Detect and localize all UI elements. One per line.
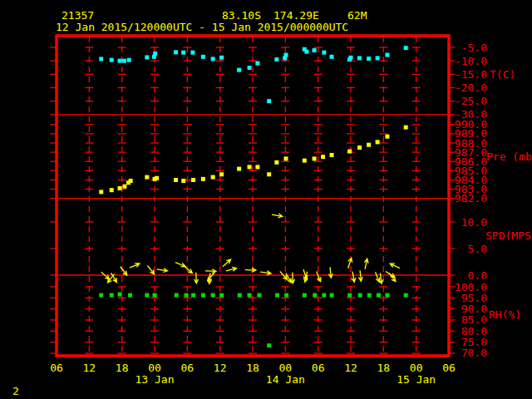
temperature-point (385, 53, 389, 57)
y-axis-title: RH(%) (489, 308, 521, 321)
relative_humidity-point (330, 293, 334, 298)
wind-arrow (328, 267, 332, 278)
wind-arrow (223, 259, 231, 267)
y-axis-tick-label: -10.0 (455, 55, 487, 67)
pressure-point (219, 172, 224, 176)
x-axis-tick-label: 06 (442, 362, 456, 374)
pressure-point (303, 159, 307, 163)
wind-arrow (358, 270, 362, 281)
pressure-point (385, 135, 389, 139)
wind-arrow (317, 272, 321, 282)
pressure-point (274, 160, 278, 165)
pressure-point (330, 153, 334, 157)
wind-arrow (364, 259, 368, 269)
relative_humidity-point (248, 293, 252, 298)
wind-arrow (208, 273, 214, 281)
wind-arrow (260, 271, 271, 275)
pressure-point (155, 176, 159, 180)
temperature-point (349, 56, 353, 60)
y-axis-tick-label: 0.0 (468, 269, 487, 282)
x-axis-tick-label: 00 (148, 362, 161, 374)
y-axis-tick-label: 5.0 (468, 243, 487, 255)
temperature-point (181, 51, 185, 55)
pressure-point (267, 172, 271, 176)
temperature-point (153, 52, 157, 56)
temperature-point (304, 50, 308, 54)
y-axis-tick-label: -20.0 (455, 81, 487, 94)
relative_humidity-point (175, 293, 179, 298)
wind-arrow (121, 267, 127, 275)
relative_humidity-point (385, 293, 389, 298)
relative_humidity-point (145, 293, 149, 298)
temperature-point (404, 46, 408, 50)
relative_humidity-point (275, 293, 279, 298)
temperature-point (274, 57, 278, 62)
wind-arrow (147, 265, 154, 273)
pressure-point (110, 188, 114, 192)
relative_humidity-point (219, 293, 224, 298)
wind-arrow (245, 268, 256, 272)
pressure-point (201, 177, 205, 181)
relative_humidity-point (201, 293, 205, 298)
pressure-point (145, 175, 149, 180)
pressure-point (118, 186, 122, 190)
relative_humidity-point (185, 293, 189, 298)
wind-arrow (157, 268, 168, 273)
pressure-point (174, 178, 178, 182)
y-axis-tick-label: -25.0 (455, 95, 487, 107)
temperature-point (248, 66, 252, 70)
relative_humidity-point (377, 293, 381, 298)
relative_humidity-point (110, 293, 114, 298)
meteogram-plot: -5.0-10.0-15.0-20.0-25.0-30.0T(C)990.098… (0, 0, 532, 399)
wind-arrow (184, 266, 192, 273)
temperature-point (322, 51, 326, 55)
x-axis-tick-label: 06 (181, 362, 195, 374)
relative_humidity-point (267, 343, 271, 347)
x-axis-date-label: 14 Jan (266, 373, 305, 386)
y-axis-tick-label: -5.0 (461, 42, 487, 54)
temperature-point (330, 55, 334, 59)
relative_humidity-point (118, 293, 122, 297)
wind-arrow (389, 273, 396, 281)
pressure-point (181, 179, 185, 183)
x-axis-tick-label: 00 (410, 362, 423, 374)
wind-arrow (348, 258, 352, 268)
y-axis-title: SPD(MPS) (485, 229, 532, 242)
relative_humidity-point (257, 293, 261, 298)
temperature-point (127, 58, 131, 62)
temperature-point (283, 53, 288, 57)
pressure-point (248, 165, 252, 169)
temperature-point (376, 56, 380, 60)
pressure-point (367, 143, 371, 147)
relative_humidity-point (99, 293, 103, 298)
relative_humidity-point (153, 293, 157, 298)
relative_humidity-point (284, 293, 288, 298)
x-axis-tick-label: 18 (246, 362, 259, 374)
temperature-point (211, 57, 215, 61)
pressure-point (99, 190, 103, 194)
y-axis-tick-label: -15.0 (455, 68, 487, 81)
temperature-point (313, 48, 317, 52)
relative_humidity-point (238, 293, 242, 298)
pressure-point (237, 167, 241, 171)
y-axis-tick-label: 10.0 (461, 216, 487, 229)
temperature-point (219, 56, 224, 60)
relative_humidity-point (367, 293, 372, 298)
x-axis-tick-label: 06 (50, 362, 63, 374)
temperature-point (237, 68, 241, 72)
relative_humidity-point (404, 293, 408, 298)
temperature-point (267, 99, 271, 103)
pressure-point (321, 155, 325, 159)
temperature-point (145, 55, 149, 59)
x-axis-tick-label: 12 (214, 362, 227, 374)
relative_humidity-point (347, 293, 352, 298)
x-axis-tick-label: 18 (116, 362, 129, 374)
relative_humidity-point (313, 293, 317, 298)
pressure-point (347, 150, 352, 154)
pressure-point (255, 165, 259, 169)
temperature-point (118, 59, 122, 63)
temperature-point (99, 57, 103, 61)
y-axis-tick-label: 70.0 (461, 347, 487, 359)
temperature-point (201, 55, 205, 59)
y-axis-tick-label: 982.0 (455, 192, 487, 204)
